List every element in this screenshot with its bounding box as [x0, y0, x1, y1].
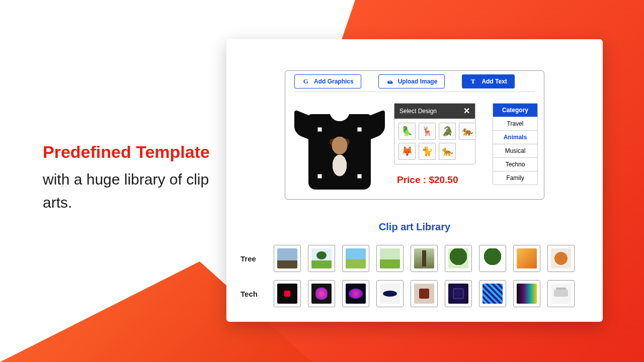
add-text-button[interactable]: T Add Text [462, 74, 514, 88]
clipart-thumb-tree-green[interactable] [308, 245, 335, 272]
category-item-family[interactable]: Family [493, 171, 537, 185]
resize-handle-tr[interactable] [357, 127, 362, 132]
product-preview[interactable] [294, 103, 385, 194]
graphics-icon: G [302, 77, 310, 85]
clipart-swatch [311, 284, 332, 304]
clipart-swatch [517, 248, 537, 268]
add-graphics-label: Add Graphics [314, 78, 354, 85]
price-label: Price : [397, 174, 429, 185]
applied-design-dog [324, 132, 356, 176]
clipart-swatch [380, 284, 400, 304]
hero-line-2: with a huge library of clip arts. [43, 168, 234, 215]
select-design-popover: Select Design ✕ 🦜🦌🐊🐅🦊🐈🐆 [394, 103, 475, 164]
clipart-swatch [277, 248, 297, 268]
tshirt-mockup [294, 103, 385, 194]
close-icon[interactable]: ✕ [463, 107, 470, 115]
design-thumb-tiger[interactable]: 🐅 [459, 123, 476, 140]
upload-icon [386, 77, 394, 85]
clipart-swatch [482, 284, 503, 304]
design-thumb-grid: 🦜🦌🐊🐅🦊🐈🐆 [394, 119, 475, 164]
clipart-thumb-disc[interactable] [376, 280, 404, 307]
clipart-thumb-spectrum[interactable] [513, 280, 540, 307]
designer-toolbar: G Add Graphics Upload Image T Add Text [294, 77, 535, 92]
design-thumb-crocodile[interactable]: 🐊 [439, 123, 456, 140]
resize-handle-tl[interactable] [317, 127, 322, 132]
library-row-label: Tech [240, 290, 267, 298]
clipart-thumb-tree-bonsai[interactable] [547, 245, 575, 272]
upload-image-button[interactable]: Upload Image [378, 74, 445, 88]
category-list: Category TravelAnimalsMusicalTechnoFamil… [493, 103, 538, 185]
clipart-thumb-retro[interactable] [411, 280, 438, 307]
clipart-swatch [414, 248, 434, 268]
upload-image-label: Upload Image [398, 78, 438, 85]
clipart-thumb-circuits[interactable] [479, 280, 506, 307]
popover-title: Select Design [399, 108, 437, 115]
clipart-swatch [448, 248, 468, 268]
clipart-swatch [311, 248, 332, 268]
resize-handle-bl[interactable] [317, 174, 322, 178]
hero-line-1: Predefined Template [43, 141, 234, 164]
hero-text: Predefined Template with a huge library … [43, 141, 234, 215]
clipart-swatch [517, 284, 537, 304]
design-thumb-parrot[interactable]: 🦜 [398, 123, 416, 140]
library-row-label: Tree [240, 254, 267, 263]
price-value: $20.50 [429, 174, 458, 185]
design-selection-box[interactable] [319, 129, 360, 176]
svg-text:T: T [471, 78, 475, 85]
clipart-swatch [380, 248, 400, 268]
svg-text:G: G [303, 78, 308, 85]
clipart-thumb-tree-clip[interactable] [479, 245, 506, 272]
clipart-swatch [414, 284, 434, 304]
clipart-swatch [482, 248, 503, 268]
designer-card: G Add Graphics Upload Image T Add Text [285, 70, 544, 200]
clipart-thumb-tree-path[interactable] [411, 245, 438, 272]
library-title: Clip art Library [226, 221, 603, 233]
design-thumb-leopard[interactable]: 🐆 [439, 143, 456, 160]
library-row-tech: Tech [240, 280, 596, 308]
category-item-animals[interactable]: Animals [493, 130, 537, 144]
design-thumb-deer[interactable]: 🦌 [419, 123, 436, 140]
category-item-techno[interactable]: Techno [493, 157, 537, 171]
category-item-musical[interactable]: Musical [493, 144, 537, 157]
clipart-thumb-drone[interactable] [547, 280, 575, 307]
resize-handle-br[interactable] [357, 174, 362, 178]
clipart-thumb-tree-bare[interactable] [274, 245, 301, 272]
category-item-travel[interactable]: Travel [493, 117, 537, 130]
clipart-swatch [346, 284, 366, 304]
text-icon: T [469, 77, 477, 85]
clipart-thumb-tree-photo[interactable] [445, 245, 472, 272]
clipart-thumb-orb[interactable] [342, 280, 369, 307]
price-display: Price : $20.50 [397, 174, 458, 186]
clipart-swatch [277, 284, 297, 304]
clipart-swatch [551, 248, 571, 268]
clipart-swatch [551, 284, 571, 304]
clipart-swatch [448, 284, 468, 304]
app-panel: G Add Graphics Upload Image T Add Text [226, 39, 603, 322]
clipart-thumb-hologram[interactable] [445, 280, 472, 307]
clipart-thumb-tree-autumn[interactable] [513, 245, 540, 272]
clipart-thumb-tree-meadow[interactable] [376, 245, 404, 272]
library-row-tree: Tree [240, 244, 596, 273]
design-thumb-fox[interactable]: 🦊 [398, 143, 416, 160]
clipart-swatch [346, 248, 366, 268]
clipart-thumb-tree-field[interactable] [342, 245, 369, 272]
clipart-thumb-youtube[interactable] [274, 280, 301, 307]
add-text-label: Add Text [481, 78, 507, 85]
popover-header: Select Design ✕ [394, 104, 475, 119]
add-graphics-button[interactable]: G Add Graphics [294, 74, 361, 88]
clipart-thumb-instagram[interactable] [308, 280, 335, 307]
category-header: Category [493, 104, 537, 117]
design-thumb-cat[interactable]: 🐈 [419, 143, 436, 160]
